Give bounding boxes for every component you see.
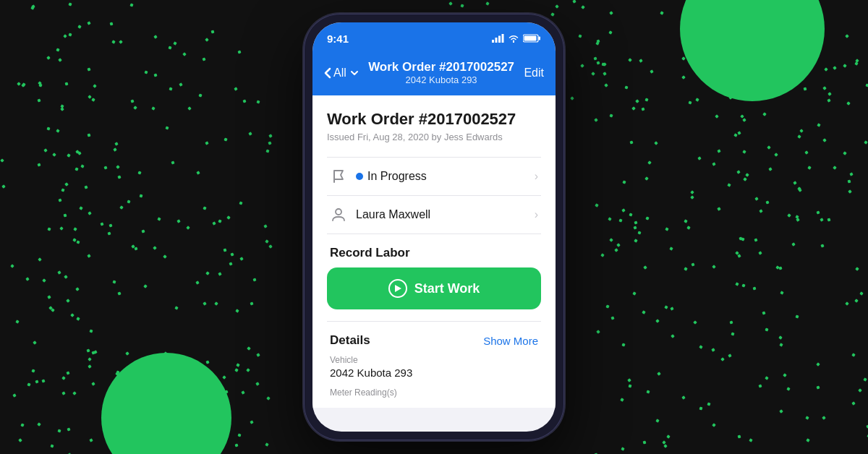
decorative-dot xyxy=(774,153,778,157)
decorative-dot xyxy=(93,85,97,89)
decorative-dot xyxy=(570,96,574,100)
decorative-dot xyxy=(243,100,247,103)
decorative-dot xyxy=(41,379,45,382)
decorative-dot xyxy=(686,226,691,230)
decorative-dot xyxy=(137,171,141,174)
decorative-dot xyxy=(730,320,733,324)
decorative-dot xyxy=(865,84,868,87)
show-more-button[interactable]: Show More xyxy=(483,335,538,347)
vehicle-label: Vehicle xyxy=(330,355,538,365)
decorative-dot xyxy=(168,46,171,50)
decorative-dot xyxy=(75,168,78,171)
decorative-dot xyxy=(153,73,157,77)
status-row-chevron: › xyxy=(535,170,538,183)
decorative-dot xyxy=(265,149,269,153)
decorative-dot xyxy=(88,211,92,215)
decorative-dot xyxy=(799,129,804,134)
svg-point-7 xyxy=(336,209,341,215)
status-row[interactable]: In Progress › xyxy=(327,158,541,196)
assignee-row-left: Laura Maxwell xyxy=(330,206,430,223)
decorative-dot xyxy=(754,197,759,201)
decorative-dot xyxy=(657,372,661,376)
decorative-dot xyxy=(239,257,243,260)
decorative-dot xyxy=(665,228,669,231)
assignee-row[interactable]: Laura Maxwell › xyxy=(327,196,541,234)
decorative-dot xyxy=(109,224,112,228)
decorative-dot xyxy=(101,222,104,226)
decorative-dot xyxy=(579,34,582,38)
decorative-dot xyxy=(57,429,61,433)
edit-button[interactable]: Edit xyxy=(524,67,544,80)
svg-rect-0 xyxy=(492,40,494,43)
decorative-dot xyxy=(854,62,858,66)
decorative-dot xyxy=(230,253,234,257)
decorative-dot xyxy=(198,93,202,97)
decorative-dot xyxy=(634,239,638,242)
decorative-dot xyxy=(47,295,51,299)
decorative-dot xyxy=(25,277,30,281)
decorative-dot xyxy=(47,227,51,231)
back-label: All xyxy=(333,67,346,80)
decorative-dot xyxy=(77,152,82,156)
decorative-dot xyxy=(629,213,633,217)
decorative-dot xyxy=(176,219,180,223)
decorative-dot xyxy=(224,138,227,142)
record-labor-header: Record Labor xyxy=(327,234,541,267)
decorative-dot xyxy=(743,118,747,122)
decorative-dot xyxy=(707,402,710,406)
decorative-dot xyxy=(38,81,42,85)
decorative-dot xyxy=(111,40,115,43)
decorative-dot xyxy=(47,127,51,131)
decorative-dot xyxy=(117,176,121,179)
decorative-dot xyxy=(594,56,597,60)
decorative-dot xyxy=(580,64,584,68)
decorative-dot xyxy=(42,278,46,283)
decorative-dot xyxy=(798,188,802,192)
decorative-dot xyxy=(827,92,832,96)
decorative-dot xyxy=(827,218,831,221)
phone-frame: 9:41 xyxy=(304,14,564,440)
decorative-dot xyxy=(591,72,595,77)
decorative-dot xyxy=(163,254,167,259)
decorative-dot xyxy=(195,281,199,285)
decorative-dot xyxy=(595,41,599,45)
decorative-dot xyxy=(728,183,731,187)
decorative-dot xyxy=(737,435,741,439)
decorative-dot xyxy=(153,35,158,39)
decorative-dot xyxy=(448,2,453,7)
decorative-dot xyxy=(816,210,820,214)
decorative-dot xyxy=(91,351,95,354)
decorative-dot xyxy=(22,83,25,87)
decorative-dot xyxy=(821,244,825,248)
decorative-dot xyxy=(166,127,169,130)
main-content: Work Order #2017002527 Issued Fri, Aug 2… xyxy=(312,95,556,408)
decorative-dot xyxy=(691,263,694,267)
navigation-bar: All Work Order #2017002527 2042 Kubota 2… xyxy=(312,54,556,95)
decorative-dot xyxy=(31,6,35,9)
decorative-dot xyxy=(690,190,694,194)
person-icon xyxy=(330,206,347,223)
start-work-button[interactable]: Start Work xyxy=(327,267,541,309)
decorative-dot xyxy=(572,0,576,4)
decorative-dot xyxy=(64,275,69,279)
decorative-dot xyxy=(256,382,260,386)
decorative-dot xyxy=(712,424,717,428)
decorative-dot xyxy=(27,382,30,386)
decorative-dot xyxy=(62,391,66,395)
decorative-dot xyxy=(639,59,644,63)
decorative-dot xyxy=(696,98,699,101)
decorative-dot xyxy=(629,384,632,387)
decorative-dot xyxy=(864,378,867,382)
decorative-dot xyxy=(642,441,646,445)
decorative-dot xyxy=(226,216,231,220)
decorative-dot xyxy=(210,30,214,33)
decorative-dot xyxy=(582,5,586,9)
back-button[interactable]: All xyxy=(324,67,359,80)
decorative-dot xyxy=(152,106,156,110)
decorative-dot xyxy=(175,306,179,309)
svg-rect-3 xyxy=(502,34,504,43)
decorative-dot xyxy=(739,236,742,240)
decorative-dot xyxy=(632,292,636,296)
decorative-dot xyxy=(634,220,638,224)
decorative-dot xyxy=(681,75,686,80)
